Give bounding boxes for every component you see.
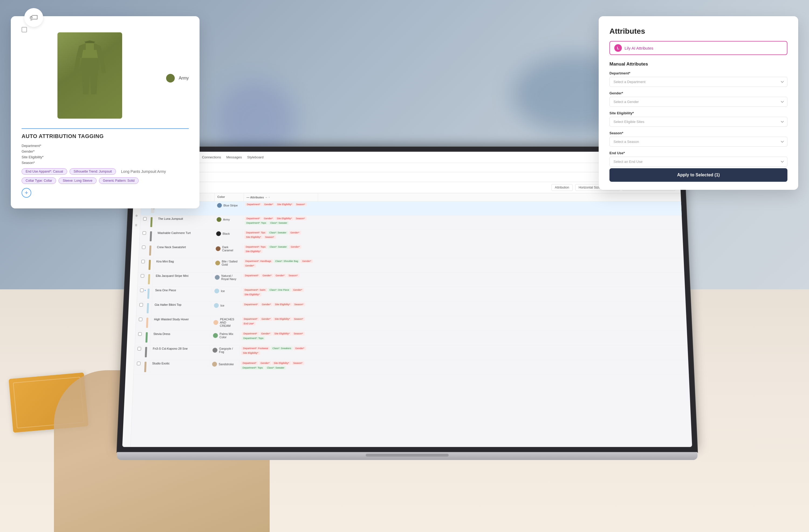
- attr-tag[interactable]: Class*: One Piece: [268, 288, 291, 292]
- table-row[interactable]: img The Classic Buttondown Blue Stripe D…: [141, 202, 682, 216]
- attr-tag[interactable]: Class*: Sweater: [269, 221, 289, 225]
- td-checkbox[interactable]: [135, 330, 143, 337]
- attr-tag[interactable]: Department*: Tops: [245, 221, 268, 225]
- card-tag-pattern[interactable]: Generic Pattern: Solid: [99, 177, 139, 184]
- department-select[interactable]: Select a Department: [609, 77, 788, 87]
- th-attributes: — Attributes → ›: [244, 193, 318, 201]
- attr-tag[interactable]: Gender*: [263, 203, 275, 206]
- product-card-checkbox[interactable]: [21, 27, 27, 32]
- attr-tag[interactable]: Site Eligibility*: [276, 203, 294, 206]
- attr-tag[interactable]: Department*: [245, 203, 262, 206]
- attr-tag[interactable]: Season*: [292, 332, 305, 336]
- card-tag-collar[interactable]: Collar Type: Collar: [21, 177, 56, 184]
- table-row[interactable]: High Waisted Study Hover PEACHES AND CRE…: [136, 316, 687, 330]
- td-checkbox[interactable]: ✦: [137, 287, 145, 294]
- attr-tag[interactable]: Season*: [294, 203, 307, 206]
- attr-tag[interactable]: Gender*: [289, 231, 301, 235]
- attr-tag[interactable]: Department*: Tops: [242, 336, 265, 340]
- table-row[interactable]: Studio Exotic Sandstroke Department* Gen…: [134, 360, 689, 375]
- attr-tag[interactable]: Department*: Footwear: [241, 346, 270, 350]
- td-checkbox[interactable]: [139, 244, 147, 251]
- attr-tag[interactable]: Gender*: [292, 288, 304, 292]
- table-row[interactable]: Crew Neck Sweatshirt Dark Caramel Depart…: [139, 244, 684, 258]
- attr-tag[interactable]: Gender*: [260, 303, 273, 306]
- table-row[interactable]: The Luna Jumpsuit Army Department* Gende…: [140, 216, 682, 230]
- attr-tag[interactable]: Season*: [263, 235, 276, 239]
- attr-tag[interactable]: Site Eligibility*: [273, 332, 291, 336]
- attr-tag[interactable]: Site Eligibility*: [241, 351, 260, 355]
- attr-tag[interactable]: Department*: Tops: [244, 245, 267, 249]
- td-checkbox[interactable]: [134, 360, 142, 367]
- attr-tag[interactable]: Site Eligibility*: [244, 235, 263, 239]
- td-checkbox[interactable]: [140, 230, 148, 236]
- attr-tag[interactable]: Department*: [242, 317, 259, 321]
- table-row[interactable]: Gia Halter Bikini Top Ice Department* Ge…: [136, 302, 686, 316]
- nav-styleboard[interactable]: Styleboard: [247, 155, 263, 159]
- attr-tag[interactable]: Department*: [245, 217, 262, 220]
- attr-tag[interactable]: Department*: Handbags: [244, 259, 273, 263]
- td-checkbox[interactable]: [136, 316, 144, 323]
- attr-tag[interactable]: Gender*: [243, 264, 256, 268]
- attr-tag[interactable]: Season*: [294, 217, 307, 220]
- attr-tag[interactable]: Gender*: [259, 332, 272, 336]
- attr-tag[interactable]: Department*: [243, 274, 260, 277]
- table-row[interactable]: Stevia Dress Palms Mix Color Department*…: [135, 330, 688, 345]
- attr-tag[interactable]: Department*: Swim: [243, 288, 267, 292]
- attr-tag[interactable]: Gender*: [274, 274, 287, 277]
- td-checkbox[interactable]: [140, 216, 148, 222]
- td-checkbox[interactable]: [139, 258, 147, 265]
- td-checkbox[interactable]: [138, 273, 145, 279]
- end-use-select[interactable]: Select an End Use: [609, 157, 788, 167]
- nav-messages[interactable]: Messages: [226, 155, 242, 159]
- site-eligibility-select[interactable]: Select Eligible Sites: [609, 117, 788, 127]
- attr-tag[interactable]: Gender*: [289, 245, 301, 249]
- table-row[interactable]: Kira Mini Bag Bile / Salted Gold Departm…: [138, 258, 684, 273]
- attr-tag[interactable]: Season*: [292, 361, 304, 365]
- gender-select[interactable]: Select a Gender: [609, 97, 788, 107]
- attr-tag[interactable]: Class*: Sweater: [268, 245, 289, 249]
- attr-tag[interactable]: Site Eligibility*: [273, 317, 292, 321]
- attr-tag[interactable]: Department*: Tips: [244, 231, 267, 235]
- nav-connections[interactable]: Connections: [202, 155, 221, 159]
- attr-tag[interactable]: Season*: [287, 274, 299, 277]
- attr-tag[interactable]: Site Eligibility*: [243, 293, 261, 296]
- attr-tag[interactable]: Gender*: [300, 259, 312, 263]
- card-tag-silhouette[interactable]: Silhouette Trend: Jumpsuit: [70, 168, 116, 175]
- card-add-button[interactable]: +: [21, 188, 31, 198]
- columns-icon[interactable]: ☰: [133, 222, 139, 227]
- attr-tag[interactable]: Site Eligibility*: [273, 303, 292, 306]
- attr-tag[interactable]: Department*: [242, 303, 259, 306]
- attr-tag[interactable]: End Use*: [242, 322, 256, 325]
- attr-tag[interactable]: Class*: Sneakers: [271, 346, 293, 350]
- attr-tag[interactable]: Season*: [292, 317, 305, 321]
- attr-tag[interactable]: Class*: Sweater: [268, 231, 288, 235]
- td-checkbox[interactable]: [135, 345, 142, 352]
- attr-tag[interactable]: Class*: Sweater: [265, 366, 286, 370]
- season-select[interactable]: Select a Season: [609, 137, 788, 147]
- apply-to-selected-button[interactable]: Apply to Selected (1): [609, 168, 788, 182]
- table-row[interactable]: ✦ Sera One Piece Ice Department*: Swim C…: [137, 287, 686, 302]
- attr-tag[interactable]: Gender*: [260, 317, 272, 321]
- attr-tag[interactable]: Department*: [241, 361, 258, 365]
- field-label-department: Department*: [609, 71, 788, 75]
- attr-tag[interactable]: Class*: Shoulder Bag: [274, 259, 300, 263]
- attr-tag[interactable]: Gender*: [261, 274, 273, 277]
- attr-tag[interactable]: Gender*: [259, 361, 271, 365]
- card-tag-end-use[interactable]: End Use Apparel*: Casual: [21, 168, 67, 175]
- attr-tag[interactable]: Season*: [293, 303, 305, 306]
- attr-tag[interactable]: Site Eligibility*: [244, 250, 262, 253]
- filters-icon[interactable]: ⚙: [134, 213, 139, 218]
- table-row[interactable]: Fn3-S Csl-Kapono 28 Sne Gargoyle / Fog D…: [134, 345, 688, 360]
- attr-tag[interactable]: Gender*: [294, 346, 306, 350]
- attr-tag[interactable]: Department*: [242, 332, 259, 336]
- td-checkbox[interactable]: [137, 302, 144, 308]
- card-tag-sleeve[interactable]: Sleeve: Long Sleeve: [58, 177, 96, 184]
- attr-tag[interactable]: Gender*: [262, 217, 275, 220]
- attribution-button[interactable]: Attribution: [551, 184, 572, 191]
- attr-tag[interactable]: Department*: Tops: [241, 366, 264, 370]
- lily-ai-button[interactable]: L Lily AI Attributes: [609, 41, 788, 55]
- attr-tag[interactable]: Site Eligibility*: [275, 217, 293, 220]
- attr-tag[interactable]: Site Eligibility*: [272, 361, 291, 365]
- table-row[interactable]: Ella Jacquard Stripe Mini Natural / Roya…: [138, 273, 685, 287]
- table-row[interactable]: Washable Cashmere Turt Black Department*…: [139, 230, 683, 244]
